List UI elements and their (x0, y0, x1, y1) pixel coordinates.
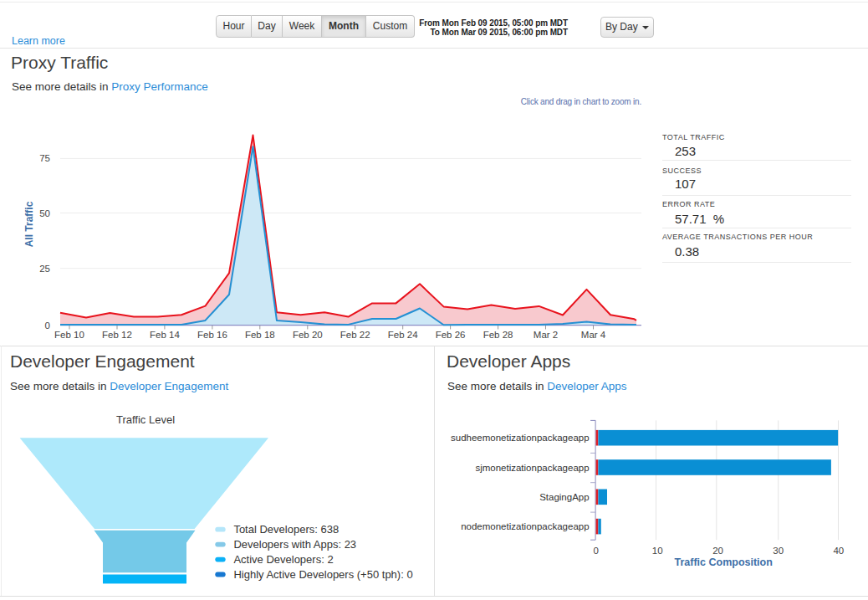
svg-text:Feb 12: Feb 12 (102, 330, 132, 340)
svg-text:30: 30 (773, 546, 784, 556)
svg-text:Feb 26: Feb 26 (436, 330, 466, 340)
svg-text:20: 20 (712, 546, 723, 556)
svg-text:sjmonetizationpackageapp: sjmonetizationpackageapp (475, 463, 589, 473)
svg-text:50: 50 (39, 208, 50, 218)
svg-text:Feb 22: Feb 22 (340, 330, 370, 340)
svg-text:Traffic Composition: Traffic Composition (675, 556, 773, 568)
svg-text:All Traffic: All Traffic (23, 201, 35, 247)
svg-text:0: 0 (593, 546, 598, 556)
svg-text:Feb 20: Feb 20 (293, 330, 323, 340)
svg-text:Highly Active Developers (+50: Highly Active Developers (+50 tph): 0 (233, 568, 412, 581)
svg-text:Feb 14: Feb 14 (150, 330, 180, 340)
svg-text:Mar 2: Mar 2 (534, 330, 558, 340)
svg-text:75: 75 (39, 153, 50, 163)
svg-text:sudheemonetizationpackageapp: sudheemonetizationpackageapp (451, 433, 590, 443)
svg-text:Mar 4: Mar 4 (581, 330, 606, 340)
svg-text:Feb 28: Feb 28 (483, 330, 513, 340)
svg-text:nodemonetizationpackageapp: nodemonetizationpackageapp (461, 521, 589, 531)
svg-text:StagingApp: StagingApp (539, 492, 589, 502)
svg-text:Feb 10: Feb 10 (54, 330, 84, 340)
svg-text:Developers with Apps: 23: Developers with Apps: 23 (233, 538, 356, 551)
svg-text:10: 10 (652, 546, 663, 556)
svg-text:Feb 16: Feb 16 (197, 330, 227, 340)
svg-text:0: 0 (45, 321, 50, 331)
svg-text:40: 40 (833, 546, 844, 556)
svg-text:Feb 18: Feb 18 (245, 330, 275, 340)
svg-text:25: 25 (39, 264, 50, 274)
svg-text:Active Developers: 2: Active Developers: 2 (233, 553, 333, 566)
svg-text:Total Developers: 638: Total Developers: 638 (233, 523, 339, 536)
svg-text:Feb 24: Feb 24 (388, 330, 418, 340)
